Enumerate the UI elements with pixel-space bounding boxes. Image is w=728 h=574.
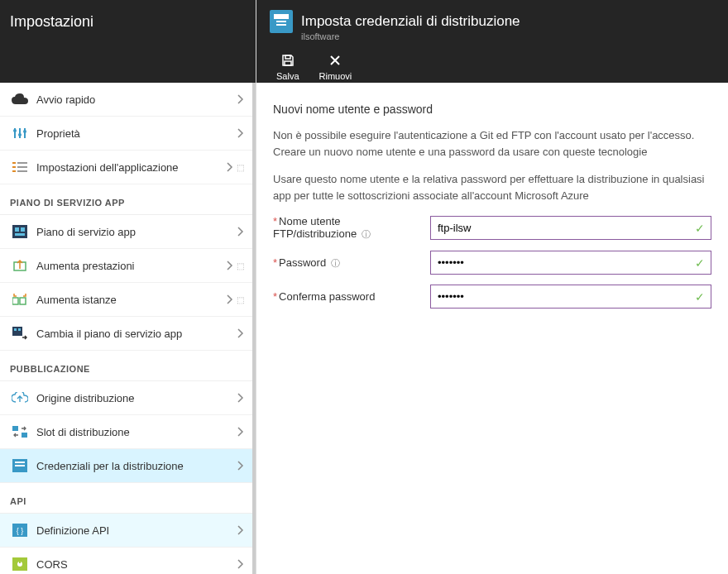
info-icon[interactable]: ⓘ (331, 258, 340, 268)
settings-sidebar: Impostazioni Avvio rapido Proprietà (0, 0, 256, 574)
main-body: Nuovi nome utente e password Non è possi… (256, 83, 728, 574)
form-row-confirm: *Conferma password ✓ (273, 285, 711, 309)
password-input[interactable] (430, 251, 711, 275)
svg-rect-9 (17, 166, 27, 168)
svg-rect-32 (274, 14, 289, 19)
sidebar-item-label: Definizione API (36, 524, 237, 537)
form-row-username: *Nome utente FTP/distribuzione ⓘ ✓ (273, 215, 711, 241)
password-label: Password (279, 256, 326, 269)
sidebar-header: Impostazioni (0, 0, 256, 83)
svg-rect-10 (12, 170, 16, 172)
scale-up-icon (10, 257, 30, 274)
svg-rect-8 (12, 166, 16, 168)
remove-button[interactable]: Rimuovi (319, 53, 352, 81)
sidebar-item-label: Origine distribuzione (36, 392, 237, 404)
info-paragraph-1: Non è possibile eseguire l'autenticazion… (273, 127, 711, 160)
app-tile-icon (270, 10, 293, 33)
svg-rect-36 (285, 61, 291, 65)
chevron-right-icon (237, 559, 244, 569)
svg-rect-25 (15, 462, 25, 463)
change-plan-icon (10, 325, 30, 342)
username-sublabel: FTP/distribuzione (273, 227, 357, 240)
sidebar-item-label: CORS (36, 558, 237, 571)
svg-rect-22 (12, 426, 18, 431)
svg-rect-13 (15, 227, 19, 232)
svg-rect-33 (276, 21, 286, 22)
info-paragraph-2: Usare questo nome utente e la relativa p… (273, 171, 711, 203)
chevron-right-icon (237, 427, 244, 437)
save-icon (280, 53, 295, 68)
svg-rect-12 (12, 225, 27, 238)
sidebar-item-cors[interactable]: CORS (0, 548, 252, 574)
pin-icon: ⬚ (237, 261, 244, 270)
scale-out-icon (10, 291, 30, 308)
swap-icon (10, 423, 30, 440)
chevron-right-icon (237, 94, 244, 104)
credentials-icon (10, 457, 30, 474)
cloud-icon (10, 91, 30, 108)
svg-rect-26 (15, 465, 25, 466)
save-button[interactable]: Salva (276, 53, 299, 81)
group-title-publish: PUBBLICAZIONE (0, 351, 252, 381)
sidebar-item-label: Credenziali per la distribuzione (36, 460, 237, 472)
svg-rect-7 (17, 162, 27, 164)
sidebar-item-properties[interactable]: Proprietà (0, 117, 252, 151)
pin-icon: ⬚ (237, 163, 244, 172)
sidebar-item-scale-out[interactable]: Aumenta istanze ⬚ (0, 283, 252, 317)
svg-rect-6 (12, 162, 16, 164)
sidebar-item-deploy-credentials[interactable]: Credenziali per la distribuzione (0, 449, 252, 483)
pin-icon: ⬚ (237, 295, 244, 304)
chevron-right-icon (227, 294, 233, 304)
sidebar-item-service-plan[interactable]: Piano di servizio app (0, 215, 252, 249)
sidebar-item-api-definition[interactable]: { } Definizione API (0, 514, 252, 548)
chevron-right-icon (237, 525, 244, 535)
svg-rect-15 (15, 233, 25, 236)
svg-rect-14 (21, 227, 25, 232)
svg-rect-18 (20, 298, 26, 304)
required-marker: * (273, 256, 277, 269)
svg-rect-23 (22, 433, 27, 438)
sidebar-item-quickstart[interactable]: Avvio rapido (0, 83, 252, 117)
sidebar-item-scale-up[interactable]: Aumenta prestazioni ⬚ (0, 249, 252, 283)
svg-point-5 (23, 130, 26, 133)
confirm-password-input[interactable] (430, 285, 711, 309)
sidebar-title: Impostazioni (10, 13, 246, 31)
svg-rect-11 (17, 170, 27, 172)
sidebar-scroll[interactable]: Avvio rapido Proprietà Impostazioni dell… (0, 83, 256, 574)
chevron-right-icon (227, 162, 233, 172)
required-marker: * (273, 215, 277, 227)
required-marker: * (273, 290, 277, 303)
sidebar-item-app-settings[interactable]: Impostazioni dell'applicazione ⬚ (0, 151, 252, 184)
section-title: Nuovi nome utente e password (273, 103, 711, 116)
chevron-right-icon (237, 227, 244, 237)
sidebar-item-label: Proprietà (36, 127, 237, 140)
api-icon: { } (10, 522, 30, 538)
svg-rect-31 (19, 562, 21, 563)
info-icon[interactable]: ⓘ (362, 229, 371, 239)
check-icon: ✓ (695, 256, 705, 270)
sidebar-item-deploy-source[interactable]: Origine distribuzione (0, 381, 252, 415)
svg-rect-17 (12, 298, 18, 304)
svg-point-4 (18, 133, 22, 136)
username-input[interactable] (430, 216, 711, 240)
chevron-right-icon (227, 261, 233, 270)
check-icon: ✓ (695, 222, 705, 235)
confirm-label: Conferma password (279, 290, 375, 303)
sidebar-item-label: Impostazioni dell'applicazione (36, 161, 227, 174)
sidebar-item-deploy-slots[interactable]: Slot di distribuzione (0, 415, 252, 449)
svg-point-3 (13, 129, 17, 132)
cloud-upload-icon (10, 390, 30, 406)
chevron-right-icon (237, 461, 244, 471)
username-label: Nome utente (279, 215, 340, 227)
main-panel: Imposta credenziali di distribuzione ils… (256, 0, 728, 574)
sidebar-item-change-plan[interactable]: Cambia il piano di servizio app (0, 317, 252, 351)
sidebar-item-label: Aumenta istanze (36, 294, 227, 306)
close-icon (328, 53, 342, 68)
sidebar-item-label: Slot di distribuzione (36, 426, 237, 438)
chevron-right-icon (237, 393, 244, 403)
chevron-right-icon (237, 128, 244, 138)
sidebar-item-label: Aumenta prestazioni (36, 260, 227, 272)
list-icon (10, 159, 30, 175)
check-icon: ✓ (695, 290, 705, 304)
main-header: Imposta credenziali di distribuzione ils… (256, 0, 728, 83)
